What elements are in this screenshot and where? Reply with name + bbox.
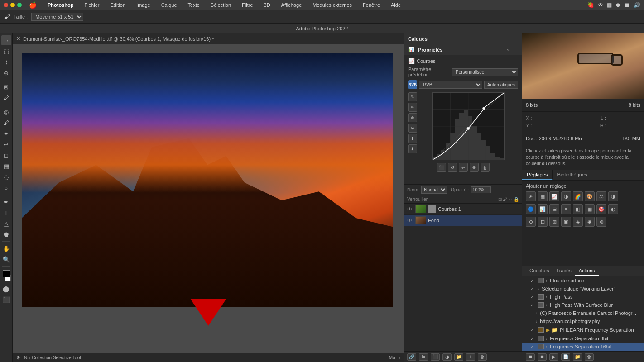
adj-btn-extra1[interactable]: ⊕ [526,217,536,227]
brush-tool[interactable]: 🖌 [1,118,11,128]
delete-action-btn[interactable]: 🗑 [585,353,594,361]
menu-item-filtre[interactable]: Filtre [240,2,255,8]
menu-item-3d[interactable]: 3D [262,2,272,8]
menu-item-image[interactable]: Image [135,2,152,8]
list-item[interactable]: ✓ › High Pass With Surface Blur [522,301,644,309]
tab-traces[interactable]: Tracés [553,266,575,276]
menu-item-photoshop[interactable]: Photoshop [46,2,75,8]
list-item[interactable]: 👁 Courbes 1 [404,204,522,215]
lock-all-icon[interactable]: 🔒 [514,197,519,202]
lock-position-icon[interactable]: ↔ [508,197,513,202]
blur-tool[interactable]: ◌ [1,172,11,182]
layers-collapse-btn[interactable]: ≡ [515,36,518,42]
adj-btn-extra3[interactable]: ⊠ [549,217,559,227]
adj-btn-gradient[interactable]: ▦ [585,204,595,214]
lock-transparency-icon[interactable]: ⊠ [498,197,502,202]
new-set-btn[interactable]: 📁 [573,353,582,361]
menu-item-calque[interactable]: Calque [159,2,179,8]
stop-btn[interactable]: ⏹ [526,353,535,361]
selection-tool[interactable]: ⬚ [1,46,11,56]
dodge-tool[interactable]: ○ [1,183,11,193]
tool-size-select[interactable]: Moyenne 51 x 51 [31,13,83,21]
list-item[interactable]: ✓ › Sélection calque "Working Layer" [522,285,644,293]
list-item[interactable]: ✓ › Flou de surface [522,276,644,285]
curve-btn-3[interactable]: ↩ [459,163,468,172]
lasso-tool[interactable]: ⌇ [1,57,11,67]
move-tool[interactable]: ↔ [1,35,11,45]
record-btn[interactable]: ⏺ [538,353,547,361]
close-button[interactable] [4,3,8,7]
eyedropper-tool[interactable]: 🖊 [1,93,11,103]
tab-reglages[interactable]: Réglages [522,170,553,180]
layers-link-btn[interactable]: 🔗 [407,353,416,361]
channel-select[interactable]: RVB [419,81,482,89]
menu-item-fichier[interactable]: Fichier [82,2,101,8]
screen-mode-toggle[interactable]: ⬛ [1,295,11,305]
adj-btn-extra2[interactable]: ⊟ [538,217,548,227]
menu-item-selection[interactable]: Sélection [209,2,233,8]
adj-btn-photofil[interactable]: 🔵 [526,204,536,214]
eraser-tool[interactable]: ◻ [1,150,11,160]
auto-btn[interactable]: Automatiques [484,81,518,89]
opacity-input[interactable] [471,186,491,193]
hand-tool[interactable]: ✋ [1,243,11,253]
adj-btn-invert[interactable]: ⊟ [549,204,559,214]
lock-image-icon[interactable]: 🖌 [503,197,507,202]
tab-actions[interactable]: Actions [575,266,599,276]
curve-btn-1[interactable]: ⬛ [437,163,446,172]
preset-select[interactable]: Personnalisée [452,68,518,76]
list-item[interactable]: ✓ › Frequency Separation 16bit [522,343,644,351]
curve-btn-2[interactable]: ↺ [448,163,457,172]
adj-btn-brightness[interactable]: ☀ [526,191,536,201]
adj-btn-vibrance[interactable]: 🌈 [573,191,583,201]
menu-item-aide[interactable]: Aide [389,2,403,8]
curve-tool-2[interactable]: ✏ [408,103,417,112]
adj-btn-extra5[interactable]: ◈ [573,217,583,227]
layers-adj-btn[interactable]: ◑ [442,353,452,361]
curve-btn-5[interactable]: 🗑 [481,163,490,172]
curve-tool-3[interactable]: ⊕ [408,113,417,122]
curve-tool-1[interactable]: ✎ [408,92,417,101]
curve-display[interactable] [432,92,505,160]
list-item[interactable]: › https://carucci.photography [522,317,644,325]
layers-effect-btn[interactable]: fx [419,353,428,361]
maximize-button[interactable] [17,3,22,7]
menu-item-texte[interactable]: Texte [186,2,202,8]
stamp-tool[interactable]: ✦ [1,129,11,138]
adj-btn-threshold[interactable]: ◧ [573,204,583,214]
curve-tool-5[interactable]: ⬆ [408,134,417,143]
adj-btn-selectcolor[interactable]: 🎯 [596,204,606,214]
list-item[interactable]: ✓ › High Pass [522,293,644,301]
crop-tool[interactable]: ⊠ [1,82,11,92]
list-item[interactable]: › (C) Francesco Emanuele Carucci Photogr… [522,309,644,317]
quick-select-tool[interactable]: ⊕ [1,68,11,78]
adj-btn-exposure[interactable]: ◑ [561,191,571,201]
layers-new-btn[interactable]: + [466,353,475,361]
layers-mode-select[interactable]: Normal [421,186,447,194]
layers-folder-btn[interactable]: 📁 [454,353,463,361]
tab-bibliotheques[interactable]: Bibliothèques [553,170,592,180]
color-swatches[interactable] [2,270,11,281]
layers-delete-btn[interactable]: 🗑 [478,353,487,361]
list-item[interactable]: ✓ › Frequency Separation 8bit [522,334,644,343]
adj-btn-levels[interactable]: ▦ [538,191,548,201]
foreground-color[interactable] [3,270,10,277]
layers-mask-btn[interactable]: ⬛ [431,353,440,361]
adj-btn-colorbalance[interactable]: ⚖ [596,191,606,201]
play-btn[interactable]: ▶ [549,353,558,361]
actions-menu-btn[interactable]: ≡ [638,266,640,276]
menu-item-affichage[interactable]: Affichage [279,2,304,8]
adj-btn-posterize[interactable]: ≡ [561,204,571,214]
curve-tool-6[interactable]: ⬇ [408,144,417,153]
adj-btn-extra4[interactable]: ▣ [561,217,571,227]
gradient-tool[interactable]: ▦ [1,161,11,171]
shape-tool[interactable]: ⬟ [1,229,11,239]
new-action-btn[interactable]: 📄 [561,353,570,361]
adj-btn-channel[interactable]: 📊 [538,204,548,214]
history-brush-tool[interactable]: ↩ [1,139,11,149]
adj-btn-shadow[interactable]: ◐ [608,204,618,214]
quick-mask-toggle[interactable]: ⬤ [1,284,11,294]
layer-visibility-1[interactable]: 👁 [407,206,413,212]
adj-btn-extra6[interactable]: ◉ [585,217,595,227]
minimize-button[interactable] [10,3,15,7]
